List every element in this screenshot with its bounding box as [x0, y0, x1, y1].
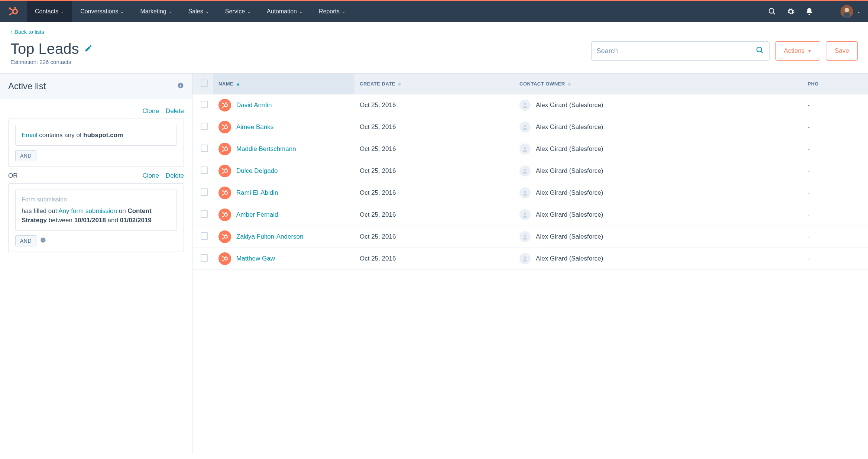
- filter-sidebar: Active list Clone Delete Email contains …: [0, 74, 192, 454]
- chevron-left-icon: ‹: [10, 29, 12, 35]
- svg-point-51: [524, 169, 526, 171]
- svg-line-81: [223, 259, 225, 261]
- phone-cell: -: [803, 94, 868, 116]
- account-menu[interactable]: ⌄: [841, 5, 861, 18]
- row-checkbox[interactable]: [201, 167, 208, 174]
- filter-text: has filled out: [22, 207, 58, 214]
- and-button[interactable]: AND: [15, 235, 36, 246]
- nav-label: Contacts: [35, 8, 58, 15]
- svg-point-19: [43, 238, 43, 239]
- owner-name: Alex Girard (Salesforce): [536, 167, 603, 175]
- svg-rect-15: [180, 85, 181, 87]
- row-checkbox[interactable]: [201, 210, 208, 218]
- table-row[interactable]: Maddie BertschmannOct 25, 2016Alex Girar…: [192, 138, 868, 160]
- clone-filter-link[interactable]: Clone: [142, 172, 159, 180]
- contact-name-link[interactable]: Maddie Bertschmann: [236, 145, 296, 153]
- table-row[interactable]: Zakiya Fulton-AndersonOct 25, 2016Alex G…: [192, 226, 868, 248]
- nav-label: Reports: [319, 8, 340, 15]
- search-input-wrapper[interactable]: [591, 41, 770, 61]
- table-row[interactable]: Aimee BanksOct 25, 2016Alex Girard (Sale…: [192, 116, 868, 138]
- svg-line-80: [223, 256, 225, 258]
- svg-point-7: [769, 9, 774, 13]
- table-row[interactable]: David ArmlinOct 25, 2016Alex Girard (Sal…: [192, 94, 868, 116]
- brand-logo[interactable]: [0, 1, 27, 22]
- column-owner[interactable]: CONTACT OWNER◆: [514, 74, 802, 94]
- row-checkbox[interactable]: [201, 254, 208, 262]
- contact-name-link[interactable]: David Armlin: [236, 101, 272, 109]
- contact-name-link[interactable]: Rami El-Abidin: [236, 189, 278, 197]
- contact-name-link[interactable]: Dulce Delgado: [236, 167, 278, 175]
- contact-name-link[interactable]: Zakiya Fulton-Anderson: [236, 233, 303, 240]
- nav-divider: [827, 6, 827, 17]
- page-header: ‹ Back to lists Top Leads Estimation: 22…: [0, 22, 868, 73]
- create-date-cell: Oct 25, 2016: [354, 160, 514, 182]
- filter-rule-1[interactable]: Email contains any of hubspot.com: [15, 125, 177, 146]
- chevron-down-icon: ⌄: [169, 9, 172, 14]
- row-checkbox[interactable]: [201, 145, 208, 152]
- search-icon[interactable]: [768, 7, 776, 16]
- bell-icon[interactable]: [805, 7, 813, 16]
- row-checkbox[interactable]: [201, 123, 208, 130]
- contact-avatar-icon: [218, 121, 231, 133]
- filter-field: Email: [22, 132, 38, 139]
- contact-name-link[interactable]: Aimee Banks: [236, 123, 273, 131]
- owner-avatar-icon: [519, 122, 531, 133]
- info-icon[interactable]: [177, 82, 184, 90]
- sidebar-title: Active list: [8, 81, 46, 91]
- svg-point-10: [845, 8, 849, 12]
- table-row[interactable]: Matthew GawOct 25, 2016Alex Girard (Sale…: [192, 248, 868, 270]
- table-row[interactable]: Amber FernaldOct 25, 2016Alex Girard (Sa…: [192, 204, 868, 226]
- row-checkbox[interactable]: [201, 101, 208, 108]
- save-button[interactable]: Save: [826, 41, 858, 61]
- phone-cell: -: [803, 226, 868, 248]
- select-all-checkbox[interactable]: [201, 80, 208, 87]
- nav-item-service[interactable]: Service⌄: [217, 1, 259, 22]
- nav-item-conversations[interactable]: Conversations⌄: [72, 1, 132, 22]
- actions-button[interactable]: Actions ▼: [775, 41, 820, 61]
- search-input[interactable]: [597, 47, 756, 55]
- contact-avatar-icon: [218, 230, 231, 243]
- row-checkbox[interactable]: [201, 188, 208, 196]
- filter-text: and: [106, 217, 120, 224]
- column-phone[interactable]: PHO: [803, 74, 868, 94]
- table-row[interactable]: Dulce DelgadoOct 25, 2016Alex Girard (Sa…: [192, 160, 868, 182]
- search-icon: [756, 46, 764, 56]
- create-date-cell: Oct 25, 2016: [354, 248, 514, 270]
- back-link[interactable]: ‹ Back to lists: [10, 29, 44, 35]
- contact-name-link[interactable]: Amber Fernald: [236, 211, 278, 219]
- select-all-header[interactable]: [192, 74, 213, 94]
- clone-filter-link[interactable]: Clone: [142, 107, 159, 115]
- estimation-text: Estimation: 226 contacts: [10, 59, 263, 65]
- contact-name-link[interactable]: Matthew Gaw: [236, 255, 275, 262]
- svg-line-57: [223, 194, 225, 195]
- column-name[interactable]: NAME▲: [213, 74, 354, 94]
- filter-value: hubspot.com: [83, 132, 123, 139]
- nav-item-sales[interactable]: Sales⌄: [180, 1, 217, 22]
- delete-filter-link[interactable]: Delete: [166, 172, 184, 180]
- svg-line-56: [223, 191, 225, 192]
- phone-cell: -: [803, 138, 868, 160]
- delete-filter-link[interactable]: Delete: [166, 107, 184, 115]
- contact-avatar-icon: [218, 165, 231, 177]
- caret-down-icon: ▼: [807, 49, 812, 53]
- or-label: OR: [8, 172, 18, 180]
- nav-item-contacts[interactable]: Contacts⌄: [27, 1, 72, 22]
- info-icon[interactable]: [40, 237, 46, 245]
- row-checkbox[interactable]: [201, 232, 208, 240]
- create-date-cell: Oct 25, 2016: [354, 94, 514, 116]
- nav-item-reports[interactable]: Reports⌄: [311, 1, 353, 22]
- table-row[interactable]: Rami El-AbidinOct 25, 2016Alex Girard (S…: [192, 182, 868, 204]
- svg-line-8: [773, 13, 775, 14]
- gear-icon[interactable]: [787, 7, 795, 16]
- filter-rule-2[interactable]: Form submission has filled out Any form …: [15, 190, 177, 231]
- actions-label: Actions: [784, 47, 805, 55]
- pencil-icon[interactable]: [84, 44, 93, 54]
- owner-name: Alex Girard (Salesforce): [536, 101, 603, 109]
- svg-line-73: [223, 237, 225, 239]
- column-create-date[interactable]: CREATE DATE◆: [354, 74, 514, 94]
- phone-cell: -: [803, 116, 868, 138]
- nav-item-automation[interactable]: Automation⌄: [259, 1, 311, 22]
- svg-line-49: [223, 172, 225, 173]
- and-button[interactable]: AND: [15, 150, 36, 161]
- nav-item-marketing[interactable]: Marketing⌄: [132, 1, 180, 22]
